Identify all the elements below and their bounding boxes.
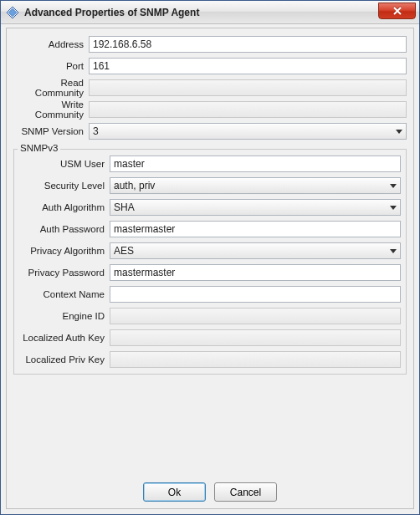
privacy-algorithm-select[interactable]: AES [110,242,401,259]
auth-password-input[interactable] [110,221,401,237]
form-area: Address Port Read Community Write Commun… [13,35,407,375]
write-community-input[interactable] [89,101,407,118]
context-name-input[interactable] [110,286,401,303]
label-privacy-algorithm: Privacy Algorithm [19,246,110,256]
dialog-content: Address Port Read Community Write Commun… [6,28,414,509]
group-snmpv3: SNMPv3 USM User Security Level auth, pri… [13,149,407,375]
label-write-community: Write Community [13,99,89,120]
row-auth-password: Auth Password [19,220,401,238]
label-engine-id: Engine ID [19,311,110,321]
usm-user-input[interactable] [110,156,401,172]
port-input[interactable] [89,58,407,74]
svg-marker-6 [390,206,397,210]
chevron-down-icon [390,182,397,189]
label-auth-algorithm: Auth Algorithm [19,202,110,212]
dialog-button-row: Ok Cancel [7,482,413,502]
row-address: Address [13,35,407,54]
engine-id-input[interactable] [110,308,401,324]
row-security-level: Security Level auth, priv [19,176,401,195]
row-port: Port [13,57,407,75]
address-input[interactable] [89,36,407,53]
label-address: Address [13,39,89,49]
security-level-value: auth, priv [114,180,383,191]
label-snmp-version: SNMP Version [13,126,89,136]
read-community-input[interactable] [89,79,407,96]
label-security-level: Security Level [19,181,110,191]
chevron-down-icon [390,204,397,211]
row-privacy-algorithm: Privacy Algorithm AES [19,242,401,260]
row-localized-priv-key: Localized Priv Key [19,350,401,369]
row-localized-auth-key: Localized Auth Key [19,329,401,347]
label-localized-priv-key: Localized Priv Key [19,354,110,365]
label-localized-auth-key: Localized Auth Key [19,333,110,343]
chevron-down-icon [390,247,397,254]
close-button[interactable] [378,3,416,19]
group-title-snmpv3: SNMPv3 [18,143,60,153]
auth-algorithm-select[interactable]: SHA [110,199,401,216]
row-context-name: Context Name [19,285,401,303]
label-context-name: Context Name [19,289,110,299]
localized-auth-key-input[interactable] [110,329,401,346]
snmp-version-value: 3 [93,125,389,137]
privacy-password-input[interactable] [110,264,401,281]
auth-algorithm-value: SHA [114,201,383,213]
label-read-community: Read Community [13,78,89,98]
label-usm-user: USM User [19,159,110,169]
dialog-window: Advanced Properties of SNMP Agent Addres… [0,0,420,515]
row-read-community: Read Community [13,79,407,97]
close-icon [393,7,402,15]
row-snmp-version: SNMP Version 3 [13,122,407,140]
window-title: Advanced Properties of SNMP Agent [24,7,378,18]
row-write-community: Write Community [13,100,407,119]
cancel-button[interactable]: Cancel [214,482,277,502]
chevron-down-icon [396,128,402,135]
app-icon [6,6,19,19]
localized-priv-key-input[interactable] [110,351,401,368]
security-level-select[interactable]: auth, priv [110,177,401,194]
row-auth-algorithm: Auth Algorithm SHA [19,198,401,217]
label-auth-password: Auth Password [19,224,110,234]
svg-marker-7 [390,249,397,253]
row-engine-id: Engine ID [19,307,401,325]
svg-marker-4 [396,130,402,134]
label-port: Port [13,61,89,71]
svg-marker-5 [390,184,397,188]
row-privacy-password: Privacy Password [19,263,401,282]
titlebar: Advanced Properties of SNMP Agent [1,1,419,24]
ok-button[interactable]: Ok [143,482,206,502]
label-privacy-password: Privacy Password [19,268,110,278]
row-usm-user: USM User [19,155,401,173]
snmp-version-select[interactable]: 3 [89,123,407,140]
privacy-algorithm-value: AES [114,245,383,257]
